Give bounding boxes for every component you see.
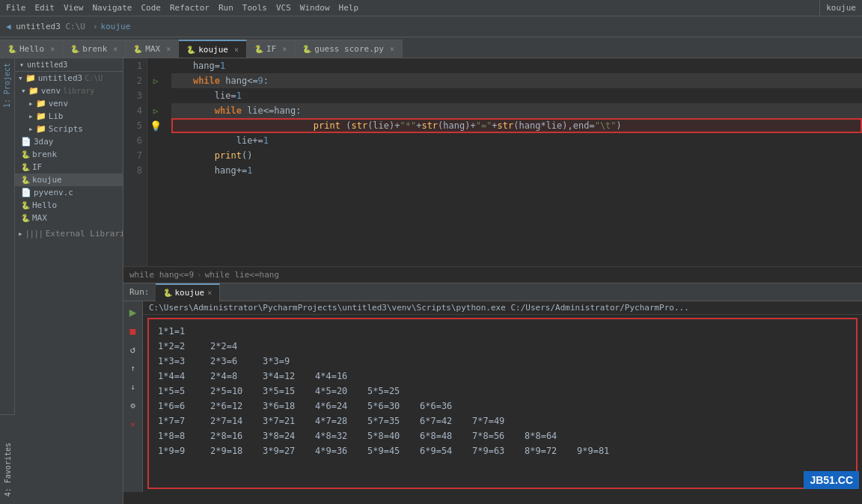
gutter-5: 💡 [147,118,164,133]
run-stop-button[interactable]: ■ [126,323,141,338]
tab-if[interactable]: 🐍 IF × [247,40,295,58]
tab-max[interactable]: 🐍 MAX × [126,40,179,58]
close-icon[interactable]: × [390,45,394,53]
tree-koujue[interactable]: 🐍 koujue [15,173,123,186]
line-num-1: 1 [123,58,142,73]
scroll-up-button[interactable]: ↑ [126,360,141,375]
menu-view[interactable]: View [64,3,84,13]
mt-cell: 4*6=24 [315,399,367,414]
menu-file[interactable]: File [6,3,26,13]
mt-cell: 7*9=63 [472,443,525,458]
mt-cell: 6*6=36 [420,399,472,414]
tree-pyvenv[interactable]: 📄 pyvenv.c [15,186,123,199]
gutter-7 [147,148,164,163]
mt-row-8: 1*8=8 2*8=16 3*8=24 4*8=32 5*8=40 6*8=48… [158,428,847,443]
mt-row-9: 1*9=9 2*9=18 3*9=27 4*9=36 5*9=45 6*9=54… [158,443,847,458]
menu-run[interactable]: Run [218,3,233,13]
settings-button[interactable]: ⚙ [126,398,141,413]
mt-cell: 5*7=35 [367,414,420,428]
gutter-8 [147,163,164,178]
mt-cell: 1*4=4 [158,369,210,384]
tab-bar: 🐍 Hello × 🐍 brenk × 🐍 MAX × 🐍 koujue × 🐍… [0,37,862,58]
project-label: ◀ untitled3 C:\U [6,22,85,31]
project-panel: ▾ untitled3 ▾ 📁 untitled3 C:\U ▾ 📁 venv … [15,58,123,504]
tree-include[interactable]: ▸ 📁 venv [15,97,123,110]
run-tab-bar: Run: 🐍 koujue × [123,283,862,301]
mt-row-3: 1*3=3 2*3=6 3*3=9 [158,354,847,369]
close-icon[interactable]: × [234,46,239,54]
run-rerun-button[interactable]: ↺ [126,342,141,357]
chevron-right-icon: ▸ [28,124,34,134]
mt-row-6: 1*6=6 2*6=12 3*6=18 4*6=24 5*6=30 6*6=36 [158,399,847,414]
tree-venv[interactable]: ▾ 📁 venv library [15,84,123,97]
mt-cell: 1*8=8 [158,428,210,443]
line-num-2: 2 [123,73,142,88]
strip-tab-project[interactable]: 1: Project [1,58,13,112]
tree-root[interactable]: ▾ 📁 untitled3 C:\U [15,72,123,84]
menu-bar: File Edit View Navigate Code Refactor Ru… [0,0,862,16]
tab-koujue[interactable]: 🐍 koujue × [179,40,247,58]
breadcrumb-item-2[interactable]: while lie<=hang [205,270,279,280]
tree-3day[interactable]: 📄 3day [15,135,123,148]
tree-hello[interactable]: 🐍 Hello [15,199,123,212]
line-num-7: 7 [123,148,142,163]
run-tab-koujue[interactable]: 🐍 koujue × [156,283,221,301]
tree-lib[interactable]: ▸ 📁 Lib [15,110,123,123]
tab-guess-score[interactable]: 🐍 guess score.py × [295,40,403,58]
tree-if[interactable]: 🐍 IF [15,161,123,173]
line-num-5: 5 [123,118,142,133]
menu-window[interactable]: Window [300,3,330,13]
breadcrumb-project: koujue [101,22,131,31]
gutter-4: ▷ [147,103,164,118]
tab-hello[interactable]: 🐍 Hello × [0,40,63,58]
code-line-7: print() [171,148,862,163]
close-icon[interactable]: × [207,289,212,297]
menu-vcs[interactable]: VCS [276,3,291,13]
code-editor[interactable]: 1 2 3 4 5 6 7 8 ▷ ▷ 💡 [123,58,862,283]
mt-cell: 4*8=32 [315,428,367,443]
close-icon[interactable]: × [113,45,117,53]
breadcrumb-item-1[interactable]: while hang<=9 [129,270,194,280]
menu-help[interactable]: Help [339,3,359,13]
mt-cell: 3*8=24 [263,428,315,443]
tree-external[interactable]: ▸ |||| External Librari... [15,227,123,240]
run-label: Run: [123,287,156,297]
mt-cell: 2*6=12 [210,399,263,414]
menu-navigate[interactable]: Navigate [93,3,132,13]
tree-scripts[interactable]: ▸ 📁 Scripts [15,123,123,135]
chevron-down-icon: ▾ [21,86,26,96]
tree-max[interactable]: 🐍 MAX [15,212,123,224]
main-layout: 1: Project 2: Structure ▾ untitled3 ▾ 📁 … [0,58,862,504]
line-num-4: 4 [123,103,142,118]
mt-cell: 5*5=25 [367,384,420,399]
close-panel-button[interactable]: × [126,417,141,431]
menu-code[interactable]: Code [141,3,161,13]
run-play-button[interactable]: ▶ [126,304,141,319]
mt-cell: 3*7=21 [263,414,315,428]
mt-cell: 7*8=56 [472,428,525,443]
mt-cell: 3*4=12 [263,369,315,384]
close-icon[interactable]: × [50,45,55,53]
gutter-2: ▷ [147,73,164,88]
mt-cell: 3*6=18 [263,399,315,414]
mt-cell: 6*7=42 [420,414,472,428]
tab-brenk[interactable]: 🐍 brenk × [63,40,126,58]
gutter-6 [147,133,164,148]
menu-tools[interactable]: Tools [242,3,267,13]
mt-cell: 2*8=16 [210,428,263,443]
tree-brenk[interactable]: 🐍 brenk [15,148,123,161]
scroll-down-button[interactable]: ↓ [126,379,141,394]
mt-cell: 2*5=10 [210,384,263,399]
mt-cell: 2*2=4 [210,339,263,354]
menu-refactor[interactable]: Refactor [170,3,210,13]
mt-row-4: 1*4=4 2*4=8 3*4=12 4*4=16 [158,369,847,384]
close-icon[interactable]: × [166,45,171,53]
line-num-3: 3 [123,88,142,103]
close-icon[interactable]: × [282,45,287,53]
mt-cell: 8*9=72 [525,443,577,458]
code-line-1: hang=1 [171,58,862,73]
mt-cell: 1*7=7 [158,414,210,428]
mt-cell: 8*8=64 [525,428,577,443]
menu-edit[interactable]: Edit [35,3,55,13]
code-content[interactable]: hang=1 while hang<=9: lie=1 while lie<=h… [164,58,862,266]
